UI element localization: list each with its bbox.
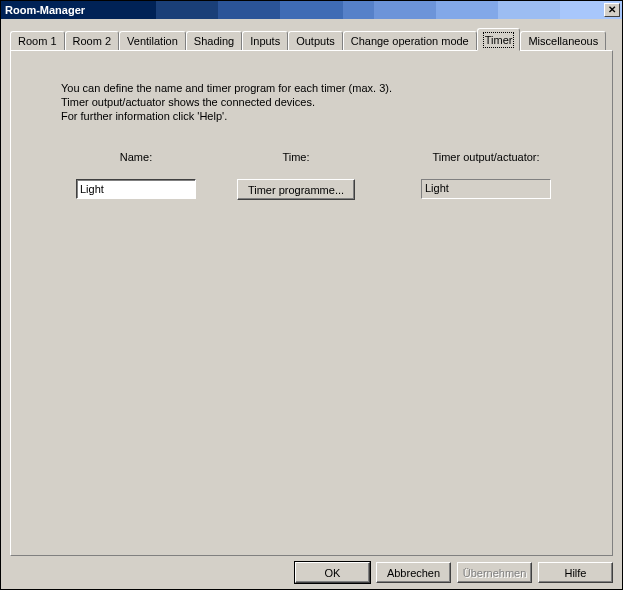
- name-header: Name:: [120, 151, 152, 163]
- tab-room2[interactable]: Room 2: [65, 31, 120, 50]
- timer-output-field: Light: [421, 179, 551, 199]
- tab-room1[interactable]: Room 1: [10, 31, 65, 50]
- close-icon: ✕: [608, 5, 616, 15]
- cancel-button[interactable]: Abbrechen: [376, 562, 451, 583]
- column-output: Timer output/actuator: Light: [401, 151, 571, 199]
- output-header: Timer output/actuator:: [432, 151, 539, 163]
- window-buttons: ✕: [604, 3, 622, 17]
- tab-outputs[interactable]: Outputs: [288, 31, 343, 50]
- tab-shading[interactable]: Shading: [186, 31, 242, 50]
- tab-panel-timer: You can define the name and timer progra…: [10, 50, 613, 556]
- column-time: Time: Timer programme...: [211, 151, 381, 200]
- apply-button[interactable]: Übernehmen: [457, 562, 532, 583]
- intro-line1: You can define the name and timer progra…: [61, 81, 572, 95]
- ok-button[interactable]: OK: [295, 562, 370, 583]
- dialog-button-row: OK Abbrechen Übernehmen Hilfe: [10, 556, 613, 583]
- help-button[interactable]: Hilfe: [538, 562, 613, 583]
- intro-text: You can define the name and timer progra…: [61, 81, 572, 123]
- time-header: Time:: [282, 151, 309, 163]
- tab-ventilation[interactable]: Ventilation: [119, 31, 186, 50]
- timer-columns: Name: Time: Timer programme... Timer out…: [61, 151, 572, 200]
- title-bar: Room-Manager ✕: [1, 1, 622, 19]
- room-manager-window: Room-Manager ✕ Room 1 Room 2 Ventilation…: [0, 0, 623, 590]
- intro-line3: For further information click 'Help'.: [61, 109, 572, 123]
- timer-name-input[interactable]: [76, 179, 196, 199]
- tab-miscellaneous[interactable]: Miscellaneous: [520, 31, 606, 50]
- timer-programme-button[interactable]: Timer programme...: [237, 179, 355, 200]
- close-button[interactable]: ✕: [604, 3, 620, 17]
- tab-timer[interactable]: Timer: [477, 28, 521, 51]
- column-name: Name:: [61, 151, 211, 199]
- tab-strip: Room 1 Room 2 Ventilation Shading Inputs…: [10, 28, 613, 50]
- intro-line2: Timer output/actuator shows the connecte…: [61, 95, 572, 109]
- client-area: Room 1 Room 2 Ventilation Shading Inputs…: [1, 19, 622, 589]
- tab-inputs[interactable]: Inputs: [242, 31, 288, 50]
- tab-change-mode[interactable]: Change operation mode: [343, 31, 477, 50]
- window-title: Room-Manager: [5, 4, 85, 16]
